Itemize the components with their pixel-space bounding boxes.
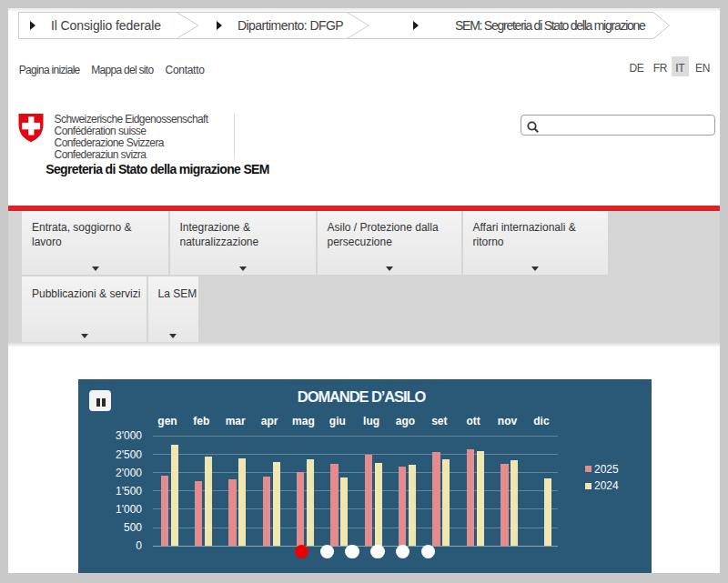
svg-text:Dipartimento: DFGP: Dipartimento: DFGP xyxy=(238,18,343,33)
svg-text:Il Consiglio federale: Il Consiglio federale xyxy=(51,18,161,33)
svg-text:SEM: Segreteria di Stato della: SEM: Segreteria di Stato della migrazion… xyxy=(455,18,646,33)
